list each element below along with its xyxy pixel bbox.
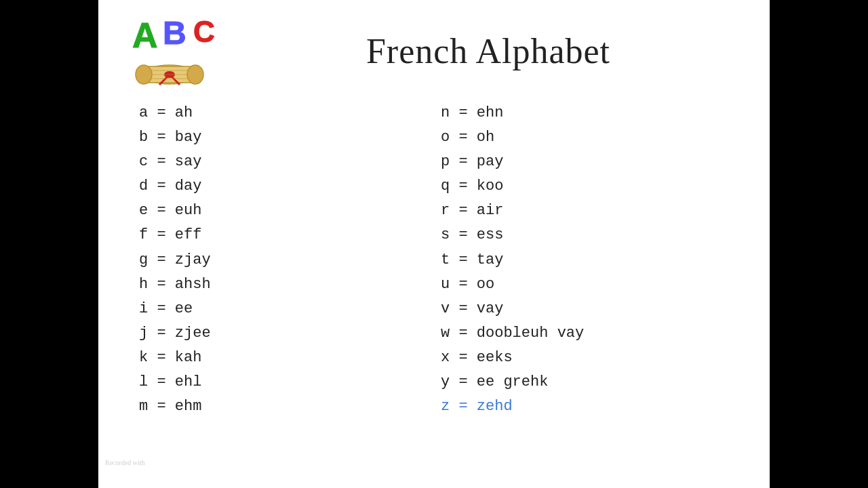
alphabet-row: n = ehn	[441, 102, 743, 125]
alphabet-row: d = day	[139, 175, 441, 198]
footer-brand: SCREENCAST MATIC	[105, 468, 239, 481]
alphabet-row: m = ehm	[139, 395, 441, 418]
alphabet-row: z = zehd	[441, 395, 743, 418]
alphabet-row: l = ehl	[139, 371, 441, 394]
alphabet-content: a = ahb = bayc = sayd = daye = euhf = ef…	[139, 102, 743, 418]
right-column: n = ehno = ohp = payq = koor = airs = es…	[441, 102, 743, 418]
alphabet-row: q = koo	[441, 175, 743, 198]
slide: A B C French Alphabet	[98, 0, 770, 488]
alphabet-row: f = eff	[139, 224, 441, 247]
page-title: French Alphabet	[234, 31, 743, 71]
alphabet-row: o = oh	[441, 126, 743, 149]
alphabet-row: y = ee grehk	[441, 371, 743, 394]
alphabet-row: e = euh	[139, 199, 441, 222]
logo-area: A B C	[125, 7, 234, 95]
svg-point-5	[187, 65, 203, 84]
alphabet-row: g = zjay	[139, 249, 441, 272]
footer-omatic-text: MATIC	[205, 468, 239, 481]
alphabet-row: r = air	[441, 199, 743, 222]
alphabet-row: j = zjee	[139, 322, 441, 345]
footer-circle-icon	[189, 468, 203, 481]
svg-point-6	[136, 65, 152, 84]
svg-text:A: A	[132, 16, 158, 55]
header: A B C French Alphabet	[125, 7, 743, 95]
alphabet-row: t = tay	[441, 249, 743, 272]
alphabet-row: i = ee	[139, 298, 441, 321]
footer-recorded-label: Recorded with	[105, 459, 239, 466]
alphabet-row: v = vay	[441, 298, 743, 321]
alphabet-row: p = pay	[441, 150, 743, 174]
alphabet-row: x = eeks	[441, 346, 743, 369]
alphabet-row: s = ess	[441, 224, 743, 247]
alphabet-row: w = doobleuh vay	[441, 322, 743, 345]
svg-text:B: B	[163, 15, 186, 51]
alphabet-row: c = say	[139, 150, 441, 174]
alphabet-row: h = ahsh	[139, 273, 441, 296]
alphabet-row: k = kah	[139, 346, 441, 369]
footer-screencast-text: SCREENCAST	[105, 468, 186, 481]
abc-logo: A B C	[125, 7, 231, 92]
alphabet-row: u = oo	[441, 273, 743, 296]
footer: Recorded with SCREENCAST MATIC	[105, 459, 239, 481]
svg-text:C: C	[193, 15, 215, 48]
alphabet-row: a = ah	[139, 102, 441, 125]
left-column: a = ahb = bayc = sayd = daye = euhf = ef…	[139, 102, 441, 418]
alphabet-row: b = bay	[139, 126, 441, 149]
